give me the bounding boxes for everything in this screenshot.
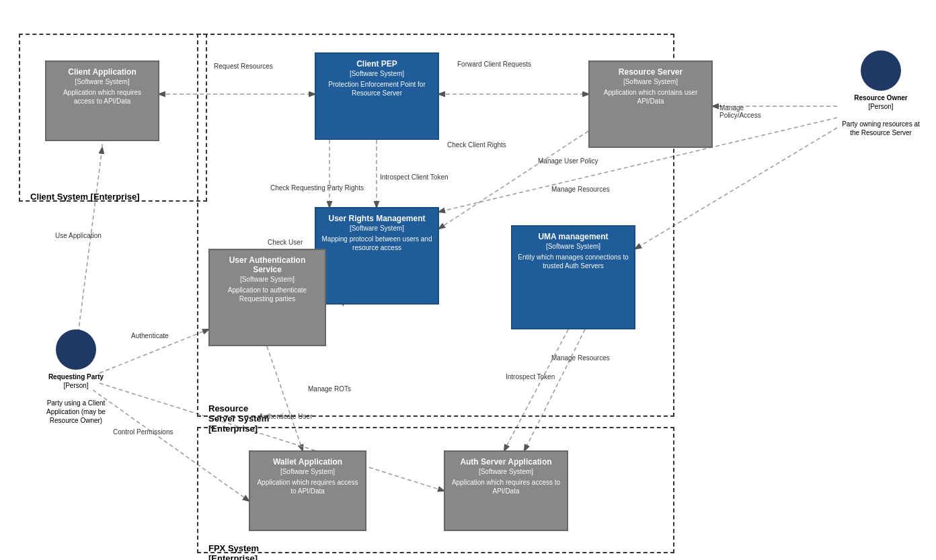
auth-server-title: Auth Server Application	[451, 457, 561, 467]
user-rights-box: User Rights Management [Software System]…	[315, 207, 439, 305]
client-pep-subtitle: [Software System]	[321, 70, 432, 77]
label-use-application: Use Application	[55, 232, 102, 239]
label-authenticate: Authenticate	[131, 332, 169, 339]
resource-server-desc: Application which contains user API/Data	[595, 88, 706, 106]
label-introspect-token: Introspect Token	[506, 373, 555, 381]
auth-server-desc: Application which requires access to API…	[451, 478, 561, 495]
resource-owner-label: Resource Owner[Person]Party owning resou…	[837, 93, 925, 137]
wallet-subtitle: [Software System]	[256, 468, 360, 475]
resource-owner-avatar	[861, 50, 901, 91]
wallet-box: Wallet Application [Software System] App…	[249, 450, 366, 531]
label-check-user: Check User	[268, 239, 303, 246]
user-auth-subtitle: [Software System]	[215, 276, 319, 283]
label-introspect-client-token: Introspect Client Token	[380, 173, 448, 181]
client-enterprise-label: Client System [Enterprise]	[30, 192, 140, 202]
diagram: Client System [Enterprise] ResourceServe…	[0, 0, 936, 560]
client-application-box: Client Application [Software System] App…	[45, 61, 159, 141]
user-auth-box: User Authentication Service [Software Sy…	[208, 249, 326, 346]
client-pep-title: Client PEP	[321, 59, 432, 69]
label-authenticate-user: Authenticate User	[259, 413, 313, 420]
label-forward-client-requests: Forward Client Requests	[457, 61, 531, 68]
requesting-party-person: Requesting Party[Person]Party using a Cl…	[32, 329, 120, 425]
uma-title: UMA management	[518, 232, 629, 241]
uma-desc: Entity which manages connections to trus…	[518, 253, 629, 270]
label-check-requesting-party-rights: Check Requesting Party Rights	[270, 184, 364, 192]
fpx-enterprise-label: FPX System[Enterprise]	[208, 543, 259, 560]
auth-server-subtitle: [Software System]	[451, 468, 561, 475]
auth-server-box: Auth Server Application [Software System…	[444, 450, 568, 531]
wallet-title: Wallet Application	[256, 457, 360, 467]
user-auth-title: User Authentication Service	[215, 255, 319, 274]
requesting-party-label: Requesting Party[Person]Party using a Cl…	[32, 372, 120, 425]
label-control-permissions: Control Permissions	[113, 428, 173, 436]
user-rights-desc: Mapping protocol between users and resou…	[321, 235, 432, 252]
client-app-subtitle: [Software System]	[52, 78, 153, 85]
uma-box: UMA management [Software System] Entity …	[511, 225, 635, 329]
label-manage-policy-access: ManagePolicy/Access	[719, 104, 761, 119]
requesting-party-avatar	[56, 329, 96, 370]
label-check-client-rights: Check Client Rights	[447, 141, 506, 149]
user-auth-desc: Application to authenticate Requesting p…	[215, 286, 319, 303]
user-rights-subtitle: [Software System]	[321, 225, 432, 232]
resource-server-title: Resource Server	[595, 67, 706, 77]
label-manage-resources-uma: Manage Resources	[551, 354, 610, 362]
client-app-desc: Application which requires access to API…	[52, 88, 153, 106]
client-pep-desc: Protection Enforcement Point for Resourc…	[321, 80, 432, 97]
label-manage-rots: Manage ROTs	[308, 385, 351, 393]
resource-server-box: Resource Server [Software System] Applic…	[588, 61, 713, 148]
label-manage-user-policy: Manage User Policy	[538, 157, 598, 165]
resource-owner-person: Resource Owner[Person]Party owning resou…	[837, 50, 925, 137]
client-app-title: Client Application	[52, 67, 153, 77]
user-rights-title: User Rights Management	[321, 214, 432, 223]
label-request-resources: Request Resources	[214, 63, 273, 70]
label-manage-resources: Manage Resources	[551, 186, 610, 193]
uma-subtitle: [Software System]	[518, 243, 629, 250]
resource-server-subtitle: [Software System]	[595, 78, 706, 85]
client-pep-box: Client PEP [Software System] Protection …	[315, 52, 439, 140]
wallet-desc: Application which requires access to API…	[256, 478, 360, 495]
